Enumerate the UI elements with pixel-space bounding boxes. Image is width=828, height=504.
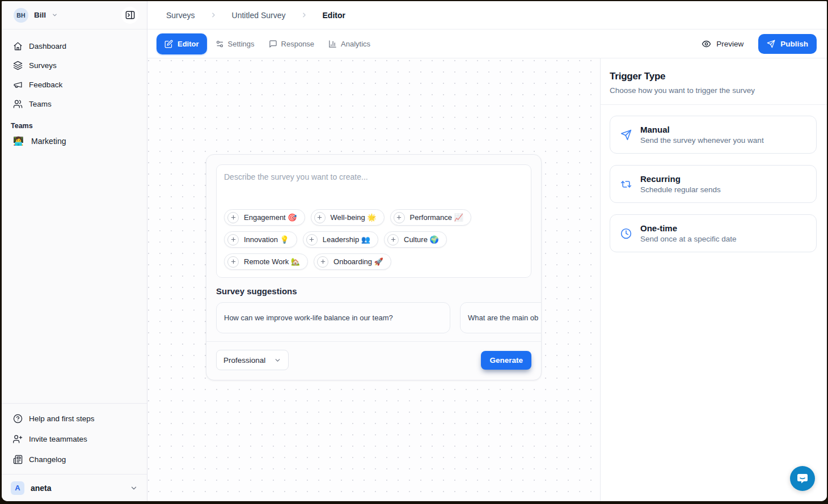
sidebar-footer: Help and first steps Invite teammates Ch… (2, 404, 147, 474)
chevron-down-icon (130, 484, 138, 492)
suggestion-card[interactable]: How can we improve work-life balance in … (216, 302, 450, 333)
sidebar: BH Bill Dashboard Surv (2, 1, 147, 501)
chip-label: Well-being 🌟 (331, 213, 377, 222)
sidebar-item-invite[interactable]: Invite teammates (2, 429, 147, 449)
topic-chip-culture[interactable]: Culture 🌍 (384, 231, 447, 248)
workspace-name: Bill (34, 11, 46, 19)
teams-section-label: Teams (11, 122, 138, 130)
trigger-option-title: One-time (640, 223, 737, 233)
sidebar-collapse-button[interactable] (121, 7, 138, 24)
tab-settings[interactable]: Settings (210, 33, 260, 54)
users-icon (13, 99, 23, 109)
trigger-option-title: Manual (640, 125, 764, 134)
sidebar-item-help[interactable]: Help and first steps (2, 408, 147, 429)
chat-bubble-icon (796, 472, 809, 485)
sidebar-item-label: Changelog (29, 455, 66, 464)
chip-label: Remote Work 🏡 (244, 257, 300, 266)
plus-icon (227, 234, 239, 245)
help-circle-icon (13, 414, 23, 423)
publish-button[interactable]: Publish (758, 34, 817, 54)
chip-label: Innovation 💡 (244, 235, 289, 244)
clock-icon (620, 228, 632, 239)
breadcrumb: Surveys Untitled Survey Editor (147, 1, 827, 29)
trigger-options: Manual Send the survey whenever you want… (601, 105, 827, 252)
topic-chip-engagement[interactable]: Engagement 🎯 (224, 209, 305, 226)
workspace-switcher[interactable]: BH Bill (2, 1, 147, 29)
sidebar-item-label: Dashboard (29, 42, 66, 50)
chat-launcher-button[interactable] (790, 466, 815, 491)
suggestion-card[interactable]: What are the main ob (460, 302, 542, 333)
send-icon (767, 40, 775, 48)
trigger-option-recurring[interactable]: Recurring Schedule regular sends (610, 165, 817, 203)
sidebar-item-changelog[interactable]: Changelog (2, 449, 147, 469)
workspace-avatar: BH (14, 8, 28, 23)
trigger-type-panel: Trigger Type Choose how you want to trig… (600, 58, 827, 501)
plus-icon (394, 212, 405, 223)
sidebar-item-label: Teams (29, 100, 52, 108)
tab-label: Settings (228, 40, 255, 48)
account-avatar: A (11, 481, 24, 495)
prompt-placeholder: Describe the survey you want to create..… (224, 172, 523, 181)
content-area: Describe the survey you want to create..… (147, 58, 827, 501)
survey-prompt-input[interactable]: Describe the survey you want to create..… (216, 164, 531, 278)
generate-button[interactable]: Generate (481, 351, 531, 370)
chip-label: Performance 📈 (410, 213, 463, 222)
breadcrumb-surveys[interactable]: Surveys (166, 11, 195, 20)
chip-label: Culture 🌍 (404, 235, 439, 244)
plus-icon (306, 234, 318, 245)
topic-chip-innovation[interactable]: Innovation 💡 (224, 231, 297, 248)
tab-response[interactable]: Response (263, 33, 320, 54)
bar-chart-icon (328, 40, 337, 48)
panel-right-toggle-icon (125, 10, 136, 20)
sidebar-item-label: Invite teammates (29, 435, 87, 443)
sidebar-nav: Dashboard Surveys Feedback Teams (2, 29, 147, 151)
chevron-right-icon (301, 11, 308, 19)
preview-button[interactable]: Preview (702, 39, 743, 49)
trigger-option-text: Recurring Schedule regular sends (640, 174, 721, 194)
breadcrumb-untitled-survey[interactable]: Untitled Survey (232, 11, 286, 20)
publish-label: Publish (780, 40, 808, 48)
home-icon (13, 41, 23, 51)
sidebar-item-dashboard[interactable]: Dashboard (2, 36, 147, 56)
tone-select[interactable]: Professional (216, 350, 289, 370)
trigger-panel-header: Trigger Type Choose how you want to trig… (601, 58, 827, 105)
panel-subtitle: Choose how you want to trigger the surve… (610, 86, 818, 95)
sidebar-spacer (2, 151, 147, 403)
topic-chip-performance[interactable]: Performance 📈 (390, 209, 471, 226)
topic-chip-onboarding[interactable]: Onboarding 🚀 (314, 253, 391, 270)
topic-chip-leadership[interactable]: Leadership 👥 (303, 231, 378, 248)
plus-icon (227, 212, 239, 223)
main-area: Surveys Untitled Survey Editor Editor (147, 1, 827, 501)
plus-icon (227, 256, 239, 268)
account-menu[interactable]: A aneta (2, 475, 147, 501)
plus-icon (314, 212, 326, 223)
account-name: aneta (31, 484, 52, 493)
sidebar-item-teams[interactable]: Teams (2, 94, 147, 113)
app-window: BH Bill Dashboard Surv (2, 1, 827, 501)
sidebar-item-surveys[interactable]: Surveys (2, 56, 147, 75)
suggestions-row: How can we improve work-life balance in … (216, 302, 542, 333)
survey-canvas[interactable]: Describe the survey you want to create..… (147, 58, 600, 501)
sidebar-team-marketing[interactable]: 👩‍💻 Marketing (2, 131, 147, 151)
trigger-option-description: Send the survey whenever you want (640, 136, 764, 145)
megaphone-icon (13, 80, 23, 90)
sidebar-item-label: Feedback (29, 81, 62, 89)
trigger-option-description: Send once at a specific date (640, 235, 737, 243)
topic-chip-remote-work[interactable]: Remote Work 🏡 (224, 253, 308, 270)
tab-editor[interactable]: Editor (157, 33, 207, 54)
chip-label: Engagement 🎯 (244, 213, 297, 222)
team-name: Marketing (31, 137, 66, 146)
repeat-icon (620, 179, 632, 190)
message-square-icon (269, 40, 277, 48)
plus-icon (317, 256, 328, 268)
topic-chip-well-being[interactable]: Well-being 🌟 (311, 209, 385, 226)
trigger-option-manual[interactable]: Manual Send the survey whenever you want (610, 116, 817, 154)
trigger-option-description: Schedule regular sends (640, 185, 721, 194)
sidebar-item-label: Surveys (29, 61, 57, 70)
sidebar-item-feedback[interactable]: Feedback (2, 75, 147, 94)
trigger-option-one-time[interactable]: One-time Send once at a specific date (610, 214, 817, 252)
composer-footer: Professional Generate (216, 342, 531, 370)
chip-label: Onboarding 🚀 (333, 257, 383, 266)
tab-analytics[interactable]: Analytics (323, 33, 376, 54)
toolbar-actions: Preview Publish (702, 34, 817, 54)
